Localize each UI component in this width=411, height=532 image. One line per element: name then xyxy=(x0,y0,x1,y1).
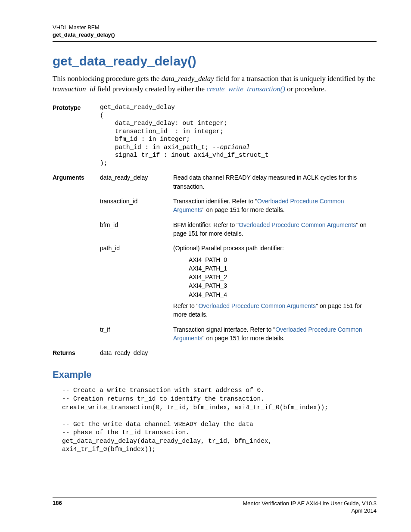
path-id-option: AXI4_PATH_2 xyxy=(189,273,377,281)
arg-desc: Transaction signal interface. Refer to "… xyxy=(173,325,377,343)
example-heading: Example xyxy=(53,369,377,380)
footer-rule xyxy=(53,498,377,498)
page-title: get_data_ready_delay() xyxy=(53,54,377,68)
path-id-option: AXI4_PATH_0 xyxy=(189,255,377,264)
prototype-code: get_data_ready_delay ( data_ready_delay:… xyxy=(100,103,377,167)
arg-name: transaction_id xyxy=(100,197,173,205)
footer-doc-title: Mentor Verification IP AE AXI4-Lite User… xyxy=(243,500,377,507)
arg-desc: Transaction identifier. Refer to "Overlo… xyxy=(173,197,377,215)
overloaded-procedure-link[interactable]: Overloaded Procedure Common Arguments xyxy=(199,302,316,309)
path-id-list: AXI4_PATH_0 AXI4_PATH_1 AXI4_PATH_2 AXI4… xyxy=(189,255,377,299)
arg-name: data_ready_delay xyxy=(100,173,173,182)
create-write-transaction-link[interactable]: create_write_transaction() xyxy=(206,85,285,93)
returns-value: data_ready_delay xyxy=(100,348,173,357)
path-id-option: AXI4_PATH_1 xyxy=(189,264,377,273)
running-header: VHDL Master BFM get_data_ready_delay() xyxy=(53,24,377,39)
arg-name: bfm_id xyxy=(100,221,173,229)
prototype-label: Prototype xyxy=(53,103,100,112)
page-number: 186 xyxy=(53,500,62,506)
arg-desc: BFM identifier. Refer to "Overloaded Pro… xyxy=(173,221,377,238)
path-id-option: AXI4_PATH_3 xyxy=(189,281,377,290)
section-name: get_data_ready_delay() xyxy=(53,31,377,39)
overloaded-procedure-link[interactable]: Overloaded Procedure Common Arguments xyxy=(239,221,356,228)
arg-name: path_id xyxy=(100,244,173,252)
path-id-option: AXI4_PATH_4 xyxy=(189,290,377,299)
arg-name: tr_if xyxy=(100,325,173,334)
chapter-name: VHDL Master BFM xyxy=(53,24,377,31)
arg-desc: (Optional) Parallel process path identif… xyxy=(173,244,377,319)
example-code: -- Create a write transaction with start… xyxy=(62,386,377,454)
intro-paragraph: This nonblocking procedure gets the data… xyxy=(53,74,377,95)
definition-table: Prototype get_data_ready_delay ( data_re… xyxy=(53,103,377,357)
page-footer: 186 Mentor Verification IP AE AXI4-Lite … xyxy=(53,498,377,515)
footer-date: April 2014 xyxy=(243,507,377,515)
arg-desc: Read data channel RREADY delay measured … xyxy=(173,173,377,191)
returns-label: Returns xyxy=(53,348,100,357)
arguments-label: Arguments xyxy=(53,173,100,182)
header-rule xyxy=(53,41,377,42)
